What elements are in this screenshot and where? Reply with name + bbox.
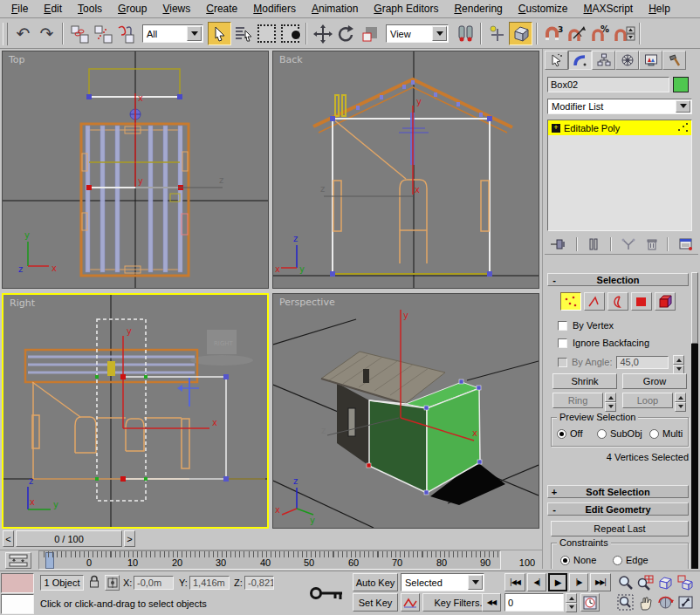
constraint-none-radio[interactable]: [560, 556, 570, 565]
zoom-button[interactable]: [616, 573, 635, 591]
viewport-top[interactable]: x y z y x z Top: [2, 51, 269, 289]
tab-modify[interactable]: [568, 51, 592, 70]
select-and-rotate-button[interactable]: [334, 22, 358, 45]
maxscript-listener-input[interactable]: [1, 594, 34, 614]
snaps-toggle-button[interactable]: [509, 22, 532, 45]
by-vertex-checkbox[interactable]: [558, 321, 567, 331]
constraint-edge-radio[interactable]: [613, 556, 622, 565]
time-slider-next-button[interactable]: >: [124, 530, 135, 547]
menu-help[interactable]: Help: [641, 1, 678, 17]
tab-motion[interactable]: [615, 51, 639, 70]
repeat-last-button[interactable]: Repeat Last: [551, 521, 689, 536]
constraint-none-option[interactable]: None: [560, 555, 596, 565]
next-frame-button[interactable]: |▶: [569, 573, 588, 591]
preview-off-option[interactable]: Off: [557, 428, 582, 439]
set-key-button[interactable]: Set Key: [353, 593, 398, 612]
region-zoom-button[interactable]: [616, 593, 635, 612]
menu-modifiers[interactable]: Modifiers: [245, 1, 304, 17]
arc-rotate-button[interactable]: [656, 593, 675, 612]
stack-expand-icon[interactable]: +: [552, 124, 560, 133]
time-slider-bar[interactable]: 0 / 100: [16, 530, 122, 547]
constraint-edge-option[interactable]: Edge: [613, 555, 649, 565]
key-mode-dropdown[interactable]: Selected: [401, 573, 484, 591]
time-slider-prev-button[interactable]: <: [3, 530, 14, 547]
spinner-snap-button[interactable]: [612, 22, 635, 45]
menu-create[interactable]: Create: [198, 1, 245, 17]
pan-button[interactable]: [636, 593, 655, 612]
key-mode-toggle-button[interactable]: ◀◀: [482, 593, 501, 612]
border-subobject-button[interactable]: [607, 292, 628, 311]
menu-animation[interactable]: Animation: [304, 1, 366, 17]
viewport-right[interactable]: RIGHT: [2, 293, 269, 529]
grow-button[interactable]: Grow: [622, 373, 687, 389]
y-coord-field[interactable]: 1,416m: [189, 576, 230, 590]
mini-curve-editor-button[interactable]: [5, 552, 31, 569]
default-in-out-tangents-button[interactable]: [401, 593, 420, 612]
select-by-name-button[interactable]: [231, 22, 255, 45]
absolute-offset-toggle[interactable]: [105, 575, 120, 591]
viewport-perspective[interactable]: y x z z x y Perspective: [272, 293, 539, 529]
maximize-viewport-button[interactable]: [676, 593, 695, 612]
panel-scrollbar-thumb[interactable]: [691, 272, 698, 344]
set-keys-button[interactable]: [305, 573, 349, 613]
rollout-edit-geometry-header[interactable]: - Edit Geometry: [547, 502, 689, 516]
tab-utilities[interactable]: [662, 51, 686, 70]
ring-button[interactable]: Ring: [552, 393, 603, 408]
snap-toggle-3d-button[interactable]: 3: [541, 22, 565, 45]
menu-graph-editors[interactable]: Graph Editors: [366, 1, 446, 17]
show-end-result-icon[interactable]: [587, 237, 600, 251]
viewport-right-label[interactable]: Right: [10, 297, 36, 309]
loop-button[interactable]: Loop: [622, 393, 673, 408]
menu-views[interactable]: Views: [154, 1, 198, 17]
configure-modifier-sets-icon[interactable]: [678, 237, 694, 251]
play-button[interactable]: ▶: [548, 573, 567, 591]
menu-maxscript[interactable]: MAXScript: [576, 1, 642, 17]
frame-spinner[interactable]: [566, 593, 577, 612]
zoom-extents-button[interactable]: [656, 573, 675, 591]
modifier-list-dropdown[interactable]: Modifier List: [547, 99, 692, 114]
menu-tools[interactable]: Tools: [70, 1, 110, 17]
rollout-soft-selection-header[interactable]: + Soft Selection: [547, 485, 689, 498]
zoom-all-button[interactable]: [636, 573, 655, 591]
redo-button[interactable]: ↷: [35, 22, 58, 45]
preview-multi-option[interactable]: Multi: [649, 428, 683, 439]
x-coord-field[interactable]: -0,0m: [134, 576, 174, 590]
rectangular-selection-region-button[interactable]: [255, 22, 278, 45]
select-and-scale-button[interactable]: [358, 22, 381, 45]
tab-display[interactable]: [639, 51, 662, 70]
previous-frame-button[interactable]: ◀|: [527, 573, 546, 591]
undo-button[interactable]: ↶: [11, 22, 35, 45]
preview-subobj-radio[interactable]: [597, 429, 607, 439]
object-name-field[interactable]: Box02: [547, 77, 669, 92]
preview-multi-radio[interactable]: [649, 429, 659, 439]
by-angle-checkbox[interactable]: [558, 358, 567, 367]
select-and-manipulate-button[interactable]: [485, 22, 509, 45]
tab-create[interactable]: [545, 51, 568, 70]
ring-spinner[interactable]: [605, 393, 616, 408]
stack-item-editable-poly[interactable]: + Editable Poly: [548, 120, 691, 135]
menu-edit[interactable]: Edit: [36, 1, 70, 17]
polygon-subobject-button[interactable]: [631, 292, 652, 311]
viewport-back-label[interactable]: Back: [279, 54, 303, 65]
vertex-subobject-button[interactable]: [560, 292, 581, 311]
remove-modifier-icon[interactable]: [646, 237, 658, 251]
go-to-start-button[interactable]: |◀◀: [504, 573, 525, 591]
loop-spinner[interactable]: [675, 393, 686, 408]
preview-subobj-option[interactable]: SubObj: [597, 428, 642, 439]
selection-filter-dropdown[interactable]: All: [142, 24, 203, 43]
preview-off-radio[interactable]: [557, 429, 566, 439]
selection-lock-toggle[interactable]: [88, 575, 100, 589]
z-coord-field[interactable]: -0,821: [244, 576, 274, 590]
go-to-end-button[interactable]: ▶▶|: [590, 573, 611, 591]
menu-rendering[interactable]: Rendering: [446, 1, 510, 17]
panel-scrollbar[interactable]: [691, 272, 698, 569]
track-bar-ruler[interactable]: 0 10 20 30 40 50 60 70 80 90 100: [38, 550, 501, 570]
select-and-move-button[interactable]: [311, 22, 334, 45]
maxscript-listener-macro[interactable]: [1, 573, 34, 593]
pin-stack-icon[interactable]: [549, 237, 566, 251]
by-angle-field[interactable]: 45,0: [616, 356, 669, 369]
auto-key-button[interactable]: Auto Key: [353, 573, 398, 591]
select-object-button[interactable]: [208, 22, 231, 45]
menu-customize[interactable]: Customize: [511, 1, 576, 17]
unlink-selection-button[interactable]: [91, 22, 114, 45]
